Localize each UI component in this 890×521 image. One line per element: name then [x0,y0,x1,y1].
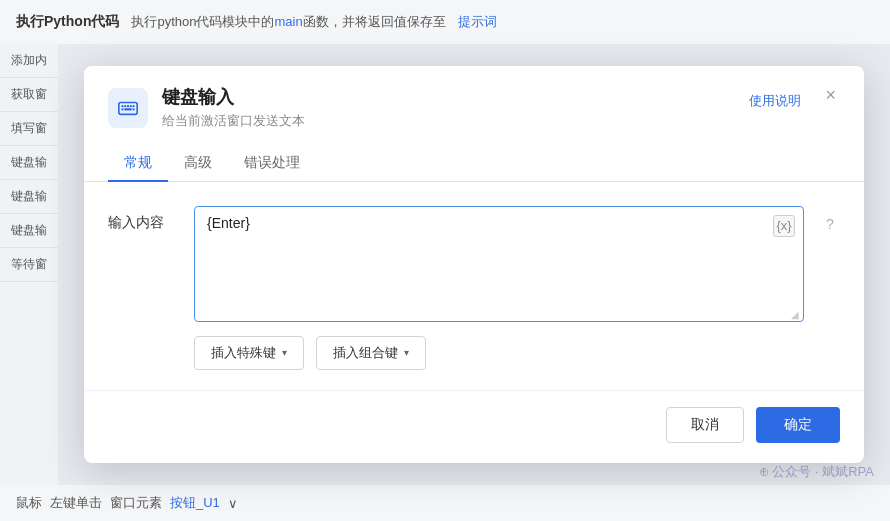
modal-overlay: 键盘输入 给当前激活窗口发送文本 使用说明 × 常规 高级 错误处理 输入内容 … [58,44,890,485]
modal-header: 键盘输入 给当前激活窗口发送文本 使用说明 × [84,66,864,129]
sidebar-item-add[interactable]: 添加内 [0,44,58,78]
help-link[interactable]: 使用说明 [749,92,801,110]
arrow-icon[interactable]: ∨ [228,496,238,511]
resize-handle[interactable]: ◢ [791,309,801,319]
sidebar-item-keyboard2[interactable]: 键盘输 [0,180,58,214]
sidebar-item-wait-window[interactable]: 等待窗 [0,248,58,282]
question-icon[interactable]: ? [820,214,840,234]
var-icon-button[interactable]: {x} [773,215,795,237]
close-button[interactable]: × [821,86,840,104]
form-row-input: 输入内容 {Enter} {x} ◢ ? [108,206,840,322]
modal-tabs: 常规 高级 错误处理 [84,146,864,182]
main-keyword: main [275,14,303,29]
modal-footer: 取消 确定 [84,390,864,463]
chevron-down-icon: ▾ [282,347,287,358]
button-u1-link[interactable]: 按钮_U1 [170,494,220,512]
insert-special-key-label: 插入特殊键 [211,344,276,362]
tab-error-handling[interactable]: 错误处理 [228,146,316,182]
form-field-input: {Enter} {x} ◢ [194,206,804,322]
input-textarea[interactable]: {Enter} [195,207,803,317]
modal-dialog: 键盘输入 给当前激活窗口发送文本 使用说明 × 常规 高级 错误处理 输入内容 … [84,66,864,462]
hint-link[interactable]: 提示词 [458,13,497,31]
sidebar-item-keyboard1[interactable]: 键盘输 [0,146,58,180]
sidebar-item-get-window[interactable]: 获取窗 [0,78,58,112]
chevron-down-icon2: ▾ [404,347,409,358]
mouse-detail-label: 左键单击 [50,494,102,512]
textarea-icons: {x} [773,215,795,237]
modal-title: 键盘输入 [162,86,305,109]
tab-general[interactable]: 常规 [108,146,168,182]
tab-advanced[interactable]: 高级 [168,146,228,182]
form-label-input: 输入内容 [108,206,178,232]
insert-special-key-button[interactable]: 插入特殊键 ▾ [194,336,304,370]
desc-text1: 执行python代码模块中的 [131,14,274,29]
keyboard-icon [108,88,148,128]
sidebar-item-fill-window[interactable]: 填写窗 [0,112,58,146]
confirm-button[interactable]: 确定 [756,407,840,443]
textarea-wrapper: {Enter} {x} ◢ [194,206,804,322]
cancel-button[interactable]: 取消 [666,407,744,443]
modal-header-right: 使用说明 × [749,86,840,110]
sidebar-item-keyboard3[interactable]: 键盘输 [0,214,58,248]
modal-header-left: 键盘输入 给当前激活窗口发送文本 [108,86,305,129]
modal-title-area: 键盘输入 给当前激活窗口发送文本 [162,86,305,129]
top-bar-title: 执行Python代码 [16,13,119,31]
insert-combo-key-button[interactable]: 插入组合键 ▾ [316,336,426,370]
keyboard-svg [117,97,139,119]
left-sidebar: 添加内 获取窗 填写窗 键盘输 键盘输 键盘输 等待窗 [0,44,58,521]
mouse-action-label: 鼠标 [16,494,42,512]
modal-subtitle: 给当前激活窗口发送文本 [162,112,305,130]
bottom-bar: 鼠标 左键单击 窗口元素 按钮_U1 ∨ [0,485,890,521]
desc-text2: 函数，并将返回值保存至 [303,14,446,29]
top-bar-description: 执行python代码模块中的main函数，并将返回值保存至 [131,13,445,31]
window-element-label: 窗口元素 [110,494,162,512]
insert-combo-key-label: 插入组合键 [333,344,398,362]
top-bar: 执行Python代码 执行python代码模块中的main函数，并将返回值保存至… [0,0,890,44]
insert-buttons-row: 插入特殊键 ▾ 插入组合键 ▾ [194,336,840,370]
modal-body: 输入内容 {Enter} {x} ◢ ? 插入特殊键 ▾ [84,182,864,390]
